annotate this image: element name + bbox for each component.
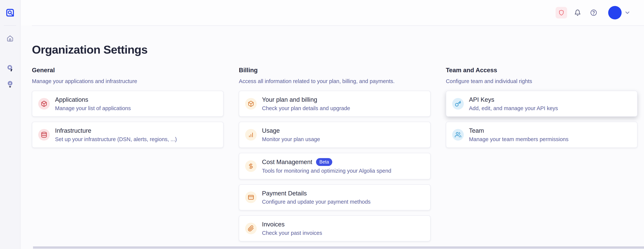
sidebar: [0, 0, 20, 249]
section-title: Team and Access: [446, 67, 638, 74]
card-plan-and-billing[interactable]: Your plan and billing Check your plan de…: [239, 91, 430, 117]
card-description: Check your plan details and upgrade: [262, 105, 350, 112]
beta-badge: Beta: [316, 158, 332, 166]
lightbulb-icon: [6, 80, 14, 89]
shield-icon: [558, 10, 564, 16]
section-description: Manage your applications and infrastruct…: [32, 78, 224, 84]
avatar[interactable]: [608, 6, 622, 20]
box-icon: [245, 98, 257, 110]
help-button[interactable]: [589, 8, 598, 17]
card-title: Infrastructure: [55, 127, 91, 134]
search-icon: [6, 64, 14, 72]
key-icon: [452, 98, 464, 110]
sidebar-divider: [4, 25, 16, 26]
sidebar-item-ideas[interactable]: [6, 80, 14, 89]
card-title: Usage: [262, 127, 280, 134]
card-description: Monitor your plan usage: [262, 136, 320, 143]
card-usage[interactable]: Usage Monitor your plan usage: [239, 122, 430, 148]
card-title: API Keys: [469, 96, 494, 103]
paperclip-icon: [245, 223, 257, 234]
card-infrastructure[interactable]: Infrastructure Set up your infrastructur…: [32, 122, 224, 148]
card-title: Applications: [55, 96, 88, 103]
package-icon: [38, 98, 50, 110]
chevron-down-icon: [624, 10, 630, 16]
topbar: [21, 0, 644, 25]
card-description: Manage your team members permissions: [469, 136, 568, 143]
card-description: Manage your list of applications: [55, 105, 131, 112]
database-icon: [38, 129, 50, 141]
main-content: Organization Settings General Manage you…: [32, 26, 638, 241]
bar-chart-icon: [245, 129, 257, 141]
question-circle-icon: [590, 9, 597, 16]
sidebar-item-search[interactable]: [6, 64, 14, 73]
card-payment-details[interactable]: Payment Details Configure and update you…: [239, 184, 430, 210]
horizontal-scrollbar[interactable]: [33, 246, 644, 249]
card-description: Check your past invoices: [262, 230, 322, 236]
home-icon: [6, 35, 14, 42]
section-team-and-access: Team and Access Configure team and indiv…: [446, 67, 638, 148]
card-applications[interactable]: Applications Manage your list of applica…: [32, 91, 224, 117]
card-title: Cost Management: [262, 158, 312, 166]
users-icon: [452, 129, 464, 141]
card-invoices[interactable]: Invoices Check your past invoices: [239, 215, 430, 241]
card-team[interactable]: Team Manage your team members permission…: [446, 122, 638, 148]
card-cost-management[interactable]: Cost Management Beta Tools for monitorin…: [239, 153, 430, 179]
section-billing: Billing Access all information related t…: [239, 67, 430, 241]
card-description: Set up your infrastructure (DSN, alerts,…: [55, 136, 177, 143]
section-title: Billing: [239, 67, 430, 74]
bell-icon: [574, 9, 581, 16]
card-description: Add, edit, and manage your API keys: [469, 105, 558, 112]
page-title: Organization Settings: [32, 43, 638, 56]
sidebar-item-home[interactable]: [6, 34, 14, 43]
algolia-logo[interactable]: [6, 0, 15, 25]
card-description: Tools for monitoring and optimizing your…: [262, 168, 391, 174]
card-title: Team: [469, 127, 484, 134]
settings-grid: General Manage your applications and inf…: [32, 67, 638, 241]
section-description: Configure team and individual rights: [446, 78, 638, 84]
security-shield-button[interactable]: [556, 7, 567, 19]
credit-card-icon: [245, 191, 257, 203]
user-menu[interactable]: [608, 6, 630, 20]
card-api-keys[interactable]: API Keys Add, edit, and manage your API …: [446, 91, 638, 117]
card-title: Payment Details: [262, 190, 307, 197]
section-description: Access all information related to your p…: [239, 78, 430, 84]
card-title: Invoices: [262, 221, 284, 228]
dollar-icon: [245, 160, 257, 172]
card-description: Configure and update your payment method…: [262, 199, 370, 205]
card-title: Your plan and billing: [262, 96, 317, 103]
notifications-button[interactable]: [573, 8, 582, 17]
section-general: General Manage your applications and inf…: [32, 67, 224, 148]
section-title: General: [32, 67, 224, 74]
